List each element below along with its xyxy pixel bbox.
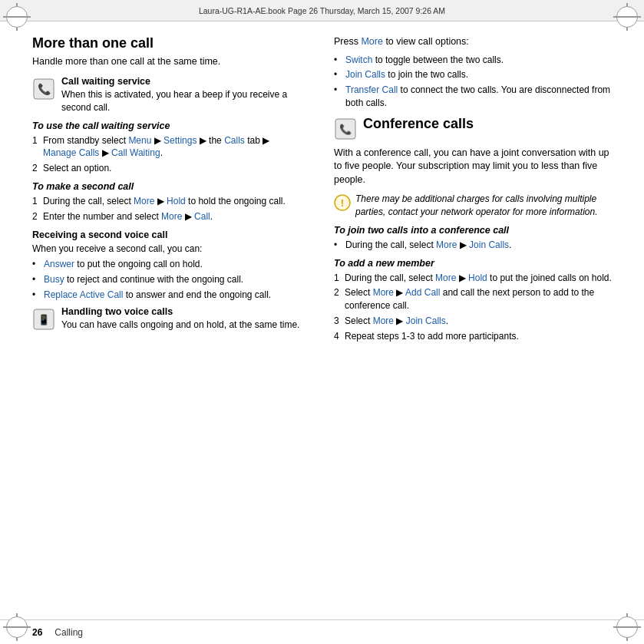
step-num: 2 <box>32 210 43 223</box>
handling-two-body: You can have calls ongoing and on hold, … <box>61 319 303 332</box>
list-item: 1 During the call, select More ▶ Hold to… <box>32 195 303 208</box>
receiving-body: When you receive a second call, you can: <box>32 243 303 256</box>
link-more: More <box>134 196 154 206</box>
step-text: Repeat steps 1-3 to add more participant… <box>345 330 612 343</box>
step-text: Select an option. <box>43 162 303 175</box>
list-item: Replace Active Call to answer and end th… <box>32 289 303 302</box>
join-two-bullets: During the call, select More ▶ Join Call… <box>334 239 612 252</box>
list-item: 4 Repeat steps 1-3 to add more participa… <box>334 330 612 343</box>
list-item: 3 Select More ▶ Join Calls. <box>334 315 612 328</box>
list-item: 1 During the call, select More ▶ Hold to… <box>334 272 612 285</box>
link-hold-am: Hold <box>468 272 487 283</box>
make-second-call-list: 1 During the call, select More ▶ Hold to… <box>32 195 303 223</box>
list-item: Join Calls to join the two calls. <box>334 68 612 81</box>
link-more2: More <box>161 211 182 222</box>
link-more-am3: More <box>373 315 394 326</box>
call-waiting-content: Call waiting service When this is activa… <box>61 76 303 114</box>
handling-two-block: 📱 Handling two voice calls You can have … <box>32 306 303 332</box>
corner-bl <box>3 613 31 641</box>
link-replace: Replace Active Call <box>44 289 123 300</box>
step-num: 1 <box>32 134 43 147</box>
call-waiting-block: 📞 Call waiting service When this is acti… <box>32 76 303 114</box>
step-text: Select More ▶ Join Calls. <box>345 315 612 328</box>
note-icon: ! <box>334 194 351 211</box>
header-bar: Laura-UG-R1A-AE.book Page 26 Thursday, M… <box>0 0 644 21</box>
call-waiting-title: Call waiting service <box>61 76 303 87</box>
call-waiting-body: When this is activated, you hear a beep … <box>61 88 303 114</box>
footer-section-label: Calling <box>54 627 83 638</box>
handling-two-icon: 📱 <box>32 308 57 332</box>
call-waiting-icon: 📞 <box>32 78 57 102</box>
link-settings: Settings <box>163 135 197 146</box>
link-more-join: More <box>436 239 457 250</box>
link-busy: Busy <box>44 274 64 285</box>
list-item: Answer to put the ongoing call on hold. <box>32 258 303 271</box>
bullet-text: Join Calls to join the two calls. <box>345 68 468 81</box>
step-text: Select More ▶ Add Call and call the next… <box>345 286 612 312</box>
svg-text:📞: 📞 <box>38 83 51 96</box>
left-column: More than one call Handle more than one … <box>0 21 319 619</box>
svg-text:!: ! <box>341 197 344 209</box>
step-num: 3 <box>334 315 345 328</box>
page-container: Laura-UG-R1A-AE.book Page 26 Thursday, M… <box>0 0 644 644</box>
handling-two-content: Handling two voice calls You can have ca… <box>61 306 303 332</box>
link-join-calls: Join Calls <box>345 69 385 80</box>
conference-intro: With a conference call, you can have a j… <box>334 147 612 187</box>
step-num: 4 <box>334 330 345 343</box>
conference-content: Conference calls <box>363 116 612 133</box>
bullet-text: Transfer Call to connect the two calls. … <box>345 84 612 110</box>
press-more-intro: Press More to view call options: <box>334 35 612 49</box>
join-two-heading: To join two calls into a conference call <box>334 225 612 236</box>
note-text: There may be additional charges for call… <box>355 193 612 219</box>
main-intro: Handle more than one call at the same ti… <box>32 55 303 69</box>
link-answer: Answer <box>44 259 74 269</box>
use-call-waiting-list: 1 From standby select Menu ▶ Settings ▶ … <box>32 134 303 175</box>
bullet-text: Busy to reject and continue with the ong… <box>44 273 243 286</box>
corner-br-circle <box>616 616 638 638</box>
svg-text:📱: 📱 <box>38 313 51 326</box>
press-more-bullets: Switch to toggle between the two calls. … <box>334 54 612 110</box>
add-member-list: 1 During the call, select More ▶ Hold to… <box>334 272 612 343</box>
bullet-text: Answer to put the ongoing call on hold. <box>44 258 203 271</box>
main-heading: More than one call <box>32 35 303 52</box>
list-item: Busy to reject and continue with the ong… <box>32 273 303 286</box>
handling-two-title: Handling two voice calls <box>61 306 303 317</box>
bullet-text: Replace Active Call to answer and end th… <box>44 289 271 302</box>
step-num: 2 <box>334 286 345 299</box>
list-item: Switch to toggle between the two calls. <box>334 54 612 67</box>
link-call-waiting: Call Waiting <box>111 147 160 158</box>
make-second-call-heading: To make a second call <box>32 181 303 192</box>
conference-icon: 📞 <box>334 117 358 142</box>
footer-page-number: 26 <box>32 627 42 638</box>
link-switch: Switch <box>345 54 372 65</box>
link-hold: Hold <box>167 196 186 206</box>
list-item: During the call, select More ▶ Join Call… <box>334 239 612 252</box>
link-menu: Menu <box>128 135 151 146</box>
list-item: 2 Select More ▶ Add Call and call the ne… <box>334 286 612 312</box>
link-calls: Calls <box>224 135 245 146</box>
link-join-calls3: Join Calls <box>406 315 446 326</box>
step-text: Enter the number and select More ▶ Call. <box>43 210 303 223</box>
add-member-heading: To add a new member <box>334 258 612 269</box>
bullet-text: During the call, select More ▶ Join Call… <box>345 239 511 252</box>
link-transfer-call: Transfer Call <box>345 84 398 95</box>
content-area: More than one call Handle more than one … <box>0 21 644 619</box>
list-item: 2 Select an option. <box>32 162 303 175</box>
svg-text:📞: 📞 <box>339 123 352 136</box>
conference-block: 📞 Conference calls <box>334 116 612 142</box>
step-num: 1 <box>334 272 345 285</box>
link-more-am2: More <box>373 287 394 298</box>
note-block: ! There may be additional charges for ca… <box>334 193 612 219</box>
corner-br <box>613 613 641 641</box>
step-num: 1 <box>32 195 43 208</box>
conference-heading: Conference calls <box>363 116 612 133</box>
list-item: 1 From standby select Menu ▶ Settings ▶ … <box>32 134 303 160</box>
list-item: 2 Enter the number and select More ▶ Cal… <box>32 210 303 223</box>
header-title: Laura-UG-R1A-AE.book Page 26 Thursday, M… <box>8 6 636 15</box>
step-text: During the call, select More ▶ Hold to p… <box>345 272 612 285</box>
step-num: 2 <box>32 162 43 175</box>
link-call: Call <box>194 211 210 222</box>
bullet-text: Switch to toggle between the two calls. <box>345 54 504 67</box>
corner-bl-circle <box>6 616 28 638</box>
link-more-right: More <box>361 36 382 47</box>
